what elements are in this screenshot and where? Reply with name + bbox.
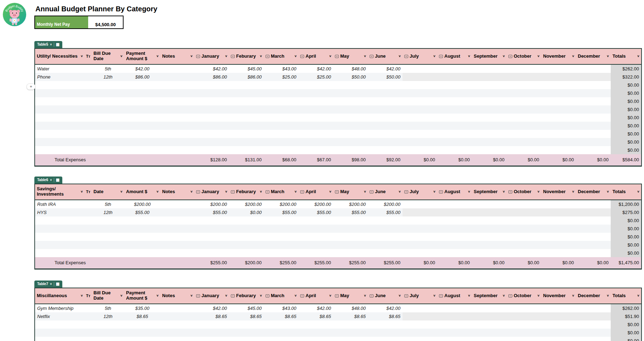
cell-due-date[interactable]: 5th — [92, 200, 124, 208]
cell-month[interactable] — [541, 146, 576, 154]
cell-month[interactable] — [437, 65, 472, 73]
cell-row-total[interactable]: $0.00 — [611, 233, 641, 241]
cell-due-date[interactable] — [92, 130, 124, 138]
cell-name[interactable] — [35, 241, 85, 249]
cell-month[interactable] — [541, 249, 576, 257]
cell-due-date[interactable]: 12th — [92, 312, 124, 320]
cell-month[interactable] — [403, 81, 437, 89]
cell-month[interactable] — [368, 241, 403, 249]
cell-notes[interactable] — [160, 312, 194, 320]
cell[interactable] — [85, 146, 92, 154]
cell-month[interactable] — [541, 130, 576, 138]
cell-month[interactable] — [194, 249, 229, 257]
column-header-august[interactable]: August∨ — [437, 49, 472, 65]
cell-month[interactable] — [333, 89, 368, 97]
cell-month[interactable] — [264, 249, 298, 257]
cell-month[interactable] — [298, 130, 333, 138]
total-expenses-month-cell[interactable]: $67.00 — [298, 154, 333, 166]
cell-name[interactable] — [35, 138, 85, 146]
cell-name[interactable]: HYS — [35, 208, 85, 216]
cell-month[interactable] — [403, 114, 437, 122]
total-expenses-month-cell[interactable]: $0.00 — [507, 257, 541, 268]
cell-month[interactable] — [194, 216, 229, 225]
cell-month[interactable] — [507, 337, 541, 341]
cell-month[interactable] — [368, 225, 403, 233]
cell-month[interactable]: $200.00 — [194, 200, 229, 208]
cell-month[interactable] — [403, 304, 437, 312]
cell-row-total[interactable]: $0.00 — [611, 146, 641, 154]
cell-month[interactable] — [368, 320, 403, 329]
cell-month[interactable] — [576, 337, 611, 341]
cell-month[interactable] — [437, 320, 472, 329]
cell-month[interactable] — [472, 73, 507, 81]
cell-month[interactable] — [264, 320, 298, 329]
cell-amount[interactable] — [124, 89, 160, 97]
cell-month[interactable]: $200.00 — [368, 200, 403, 208]
cell-due-date[interactable] — [92, 233, 124, 241]
cell-name[interactable] — [35, 89, 85, 97]
cell-month[interactable] — [437, 304, 472, 312]
cell-month[interactable] — [403, 200, 437, 208]
cell-month[interactable] — [541, 225, 576, 233]
cell-month[interactable]: $50.00 — [333, 73, 368, 81]
cell[interactable] — [85, 312, 92, 320]
cell[interactable] — [85, 89, 92, 97]
cell-notes[interactable] — [160, 241, 194, 249]
cell-month[interactable] — [264, 105, 298, 114]
cell-month[interactable] — [298, 138, 333, 146]
cell-name[interactable] — [35, 105, 85, 114]
cell-notes[interactable] — [160, 304, 194, 312]
cell-month[interactable] — [507, 329, 541, 337]
cell-month[interactable] — [403, 249, 437, 257]
cell-month[interactable] — [403, 320, 437, 329]
cell-due-date[interactable] — [92, 241, 124, 249]
column-header-category[interactable]: Miscillaneous∨ — [35, 288, 85, 304]
cell-month[interactable] — [576, 97, 611, 105]
cell-amount[interactable] — [124, 233, 160, 241]
column-header-december[interactable]: December∨ — [576, 184, 611, 200]
cell-month[interactable] — [576, 73, 611, 81]
cell-row-total[interactable]: $0.00 — [611, 249, 641, 257]
cell-month[interactable] — [368, 216, 403, 225]
column-header-september[interactable]: September∨ — [472, 288, 507, 304]
cell-month[interactable] — [507, 225, 541, 233]
cell-name[interactable] — [35, 216, 85, 225]
cell[interactable] — [85, 225, 92, 233]
total-expenses-month-cell[interactable]: $0.00 — [541, 257, 576, 268]
cell-name[interactable] — [35, 114, 85, 122]
cell-month[interactable]: $42.00 — [298, 304, 333, 312]
cell-month[interactable] — [403, 216, 437, 225]
cell-row-total[interactable]: $0.00 — [611, 329, 641, 337]
cell-due-date[interactable] — [92, 320, 124, 329]
cell-notes[interactable] — [160, 122, 194, 130]
cell-month[interactable] — [576, 249, 611, 257]
cell-month[interactable] — [507, 89, 541, 97]
column-header-december[interactable]: December∨ — [576, 49, 611, 65]
cell-month[interactable] — [541, 329, 576, 337]
cell-notes[interactable] — [160, 146, 194, 154]
cell-month[interactable] — [576, 225, 611, 233]
cell-month[interactable] — [437, 122, 472, 130]
cell-month[interactable]: $42.00 — [194, 304, 229, 312]
cell-month[interactable] — [368, 233, 403, 241]
cell-row-total[interactable]: $322.00 — [611, 73, 641, 81]
cell-due-date[interactable]: 12th — [92, 208, 124, 216]
cell-month[interactable] — [437, 114, 472, 122]
cell-month[interactable] — [333, 233, 368, 241]
cell-month[interactable] — [576, 105, 611, 114]
cell-month[interactable] — [472, 241, 507, 249]
total-expenses-month-cell[interactable]: $255.00 — [298, 257, 333, 268]
cell-due-date[interactable] — [92, 122, 124, 130]
cell-month[interactable] — [368, 122, 403, 130]
cell-row-total[interactable]: $0.00 — [611, 138, 641, 146]
cell-month[interactable] — [541, 114, 576, 122]
monthly-net-pay-value-cell[interactable]: $4,500.00 — [88, 16, 123, 28]
cell-amount[interactable] — [124, 241, 160, 249]
column-header-april[interactable]: April∨ — [298, 49, 333, 65]
cell-month[interactable] — [437, 208, 472, 216]
column-header-november[interactable]: November∨ — [541, 288, 576, 304]
cell-amount[interactable] — [124, 81, 160, 89]
cell-amount[interactable]: $35.00 — [124, 304, 160, 312]
cell-month[interactable] — [472, 337, 507, 341]
column-header-july[interactable]: July∨ — [403, 184, 437, 200]
